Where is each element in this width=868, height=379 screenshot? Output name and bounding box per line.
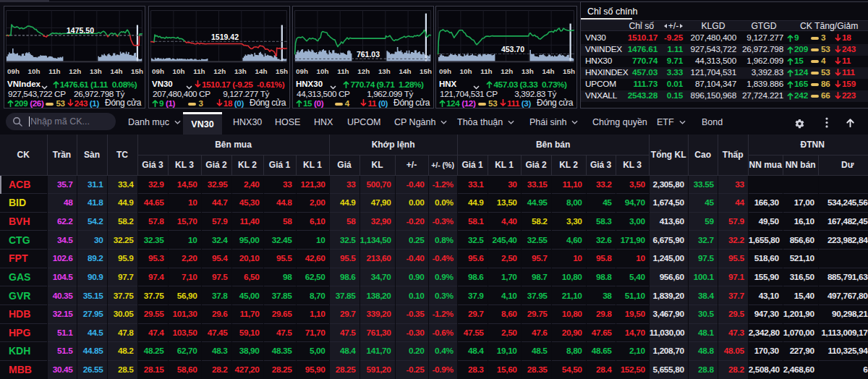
svg-text:761.03: 761.03 — [357, 50, 380, 59]
svg-text:1475.50: 1475.50 — [67, 26, 94, 35]
svg-text:1519.42: 1519.42 — [211, 33, 239, 41]
svg-text:453.70: 453.70 — [501, 45, 524, 54]
